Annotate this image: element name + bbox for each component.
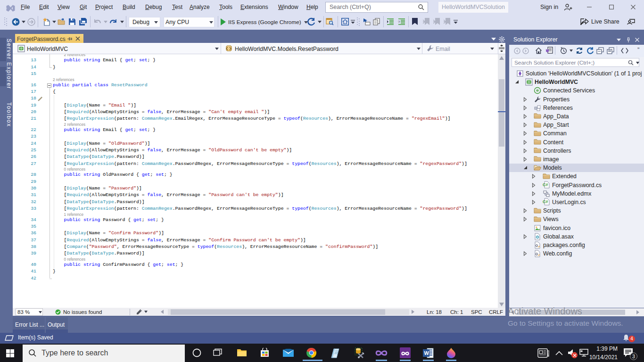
svg-text:W: W (424, 350, 429, 356)
svg-text:?: ? (398, 20, 400, 24)
